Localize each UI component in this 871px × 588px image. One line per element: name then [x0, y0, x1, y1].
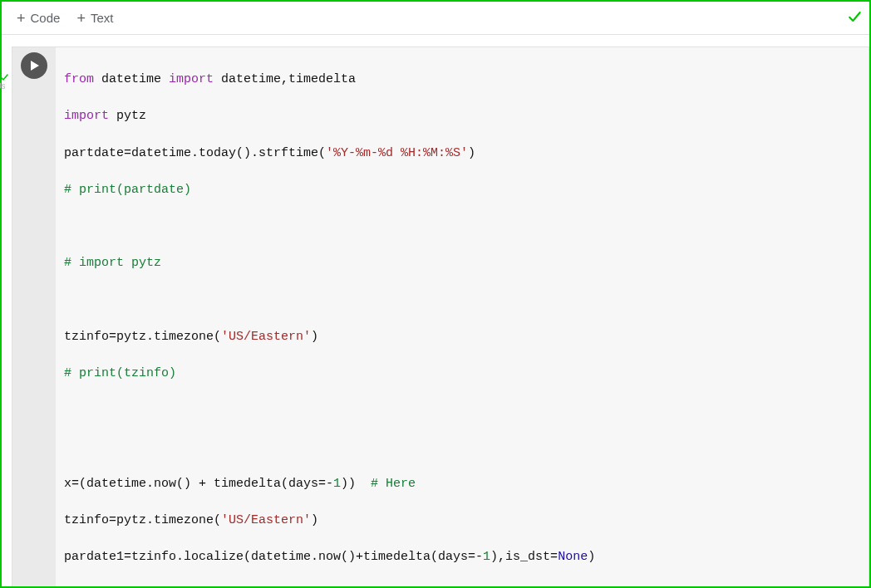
code-text: datetime [94, 72, 169, 86]
code-cell: from datetime import datetime,timedelta … [12, 47, 869, 588]
add-text-button[interactable]: + Text [68, 7, 121, 29]
code-text: )) [341, 477, 371, 491]
plus-icon: + [17, 11, 26, 26]
cell-toolbar: + Code + Text [2, 2, 869, 35]
comment: # print(partdate) [64, 183, 191, 197]
kw-from: from [64, 72, 94, 86]
code-text: ) [311, 330, 318, 344]
play-icon [31, 61, 39, 71]
kw-import: import [64, 109, 109, 123]
code-text: pardate1=tzinfo.localize(datetime.now()+… [64, 550, 483, 564]
code-text: ) [468, 146, 475, 160]
string-literal: 'US/Eastern' [221, 330, 311, 344]
execution-time: 0s [0, 81, 6, 91]
code-text: partdate=datetime.today().strftime( [64, 146, 326, 160]
comment: # Here [371, 477, 416, 491]
code-text: ) [311, 513, 318, 527]
kw-import: import [169, 72, 214, 86]
code-text: ),is_dst= [490, 550, 558, 564]
code-text: tzinfo=pytz.timezone( [64, 513, 221, 527]
run-cell-button[interactable] [21, 52, 47, 79]
comment: # print(tzinfo) [64, 366, 176, 380]
code-text: pytz [109, 109, 146, 123]
plus-icon: + [76, 11, 86, 26]
add-code-label: Code [31, 11, 61, 25]
number: 1 [483, 550, 490, 564]
add-text-label: Text [91, 11, 114, 25]
code-text: tzinfo=pytz.timezone( [64, 330, 221, 344]
number: 1 [333, 477, 341, 491]
cell-gutter [12, 47, 56, 588]
code-text: datetime,timedelta [214, 72, 356, 86]
code-text: ) [588, 550, 595, 564]
comment: # import pytz [64, 256, 161, 270]
kw-none: None [558, 550, 588, 564]
code-editor[interactable]: from datetime import datetime,timedelta … [56, 47, 869, 588]
code-text: x=(datetime.now() + timedelta(days=- [64, 477, 333, 491]
string-literal: '%Y-%m-%d %H:%M:%S' [326, 146, 468, 160]
string-literal: 'US/Eastern' [221, 513, 311, 527]
status-check-icon [846, 8, 863, 28]
add-code-button[interactable]: + Code [8, 7, 68, 29]
